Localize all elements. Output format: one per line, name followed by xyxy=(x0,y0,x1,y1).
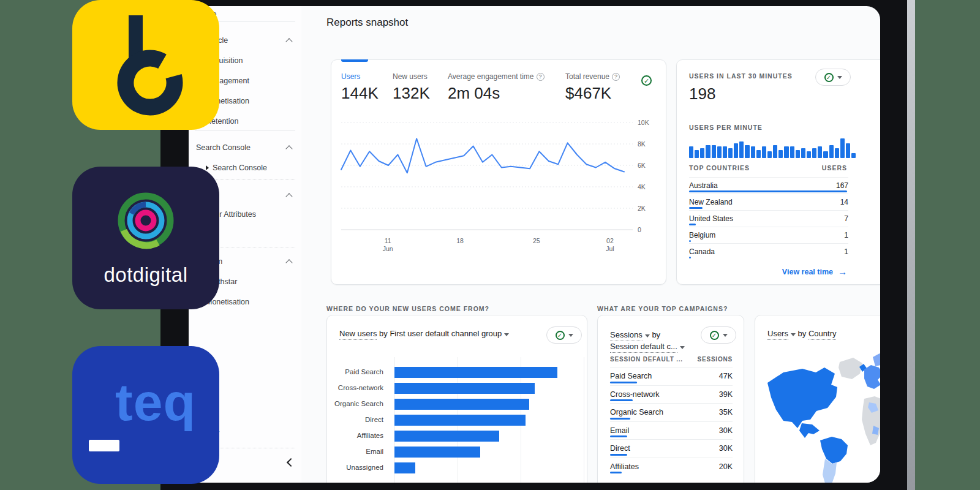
section-campaigns-header: WHAT ARE YOUR TOP CAMPAIGNS? xyxy=(597,305,728,312)
overview-card: Users 144K New users 132K Average engage… xyxy=(331,59,666,285)
view-real-time-link[interactable]: View real time → xyxy=(782,266,847,277)
chevron-down-icon xyxy=(680,346,685,349)
help-icon[interactable]: ? xyxy=(612,73,620,81)
metric-label: Users xyxy=(341,72,379,81)
minute-bar xyxy=(745,145,749,158)
collapse-sidebar-icon[interactable] xyxy=(287,458,295,467)
campaign-bar xyxy=(610,435,627,437)
data-quality-check-icon: ✓ xyxy=(824,73,834,82)
metric-total-revenue[interactable]: Total revenue? $467K xyxy=(565,72,620,103)
page-title: Reports snapshot xyxy=(326,17,408,29)
campaign-bar xyxy=(610,454,627,456)
campaign-bar xyxy=(610,399,633,401)
country-bar xyxy=(689,224,696,225)
b-logo-card xyxy=(72,0,219,130)
b-monogram-icon xyxy=(72,0,219,130)
help-icon[interactable]: ? xyxy=(537,73,545,81)
minute-bar xyxy=(835,148,839,158)
channel-label: Affiliates xyxy=(327,432,383,439)
metric-users[interactable]: Users 144K xyxy=(341,72,379,103)
minute-bar xyxy=(790,146,794,158)
campaign-name: Organic Search xyxy=(610,408,663,417)
minute-bar xyxy=(734,143,738,158)
chevron-down-icon xyxy=(837,76,842,79)
channel-label: Email xyxy=(327,448,383,455)
minute-bar xyxy=(706,145,710,158)
minute-bar xyxy=(773,145,777,158)
sidebar-item-search-console[interactable]: Search Console xyxy=(196,141,251,154)
campaign-sessions: 39K xyxy=(719,390,733,399)
minute-bar xyxy=(756,150,761,158)
realtime-options-pill[interactable]: ✓ xyxy=(815,69,851,86)
sidebar-item-label: Search Console xyxy=(213,164,267,172)
minute-bar xyxy=(851,153,856,158)
minute-bar xyxy=(739,141,744,158)
campaign-options-pill[interactable]: ✓ xyxy=(701,326,736,344)
minute-bar xyxy=(767,151,772,158)
country-users: 7 xyxy=(844,214,848,223)
data-quality-check-icon[interactable]: ✓ xyxy=(641,75,652,86)
country-users: 1 xyxy=(844,231,848,239)
channel-label: Organic Search xyxy=(327,400,383,407)
campaign-col1-header: SESSION DEFAULT ... xyxy=(610,356,683,363)
metric-dropdown[interactable]: Sessions xyxy=(610,330,643,341)
chevron-down-icon xyxy=(723,334,728,337)
country-name: Canada xyxy=(689,247,715,256)
campaign-row: Organic Search35K xyxy=(610,403,733,421)
sidebar-divider xyxy=(195,130,295,131)
country-bar xyxy=(689,240,691,242)
chevron-up-icon[interactable] xyxy=(285,259,292,266)
chevron-down-icon xyxy=(645,334,650,337)
metric-label: New users xyxy=(393,72,430,81)
metric-engagement-time[interactable]: Average engagement time? 2m 04s xyxy=(448,72,545,103)
dotdigital-wordmark: dotdigital xyxy=(72,263,219,287)
svg-text:Jun: Jun xyxy=(383,245,393,252)
metric-new-users[interactable]: New users 132K xyxy=(393,72,430,103)
campaign-name: Cross-network xyxy=(610,390,660,399)
realtime-title: USERS IN LAST 30 MINUTES xyxy=(689,72,793,80)
country-row: Canada1 xyxy=(689,243,848,260)
metric-value: 2m 04s xyxy=(448,84,545,103)
campaigns-card: Sessions by Session default c... ✓ SESSI… xyxy=(597,315,744,483)
svg-text:Jul: Jul xyxy=(606,245,614,252)
users-line-chart: 02K4K6K8K10K11Jun182502Jul xyxy=(336,116,667,281)
teq-wordmark: teq xyxy=(115,372,196,432)
campaign-sessions: 20K xyxy=(719,462,733,471)
country-name: Belgium xyxy=(689,231,715,239)
minute-bar xyxy=(784,146,788,158)
campaign-col2-header: SESSIONS xyxy=(697,356,733,363)
country-bar xyxy=(689,190,847,192)
top-countries-table: Australia167New Zealand14United States7B… xyxy=(689,177,848,260)
svg-text:25: 25 xyxy=(533,237,540,244)
metric-value: 132K xyxy=(393,84,430,103)
channel-bar xyxy=(394,367,557,378)
chevron-up-icon[interactable] xyxy=(285,38,292,45)
country-users: 1 xyxy=(844,247,848,256)
campaign-row: Direct30K xyxy=(610,439,733,458)
chevron-up-icon[interactable] xyxy=(285,193,292,200)
top-countries-header: TOP COUNTRIES xyxy=(689,164,750,172)
svg-text:18: 18 xyxy=(456,237,464,244)
realtime-users-value: 198 xyxy=(689,85,715,104)
minute-bar xyxy=(778,150,783,158)
channel-label: Cross-network xyxy=(327,384,383,391)
chevron-up-icon[interactable] xyxy=(285,145,292,152)
minute-bar xyxy=(812,148,816,158)
dimension-dropdown[interactable]: Session default c... xyxy=(610,342,677,353)
channel-label: Unassigned xyxy=(327,464,383,471)
channel-bar xyxy=(394,399,529,410)
dotdigital-rings-icon xyxy=(72,167,219,309)
country-row: New Zealand14 xyxy=(689,194,848,210)
campaign-row: Affiliates20K xyxy=(610,458,733,476)
channel-bar xyxy=(394,383,535,394)
gridline xyxy=(584,357,584,483)
campaign-table: Paid Search47KCross-network39KOrganic Se… xyxy=(610,367,733,475)
minute-bar xyxy=(700,148,704,158)
metric-dropdown[interactable]: Users xyxy=(767,329,788,340)
svg-text:10K: 10K xyxy=(638,119,649,126)
section-new-users-header: WHERE DO YOUR NEW USERS COME FROM? xyxy=(326,305,489,312)
dimension-dropdown[interactable]: Country xyxy=(809,329,837,340)
minute-bar xyxy=(807,151,811,158)
minute-bar xyxy=(728,148,733,158)
channel-bar xyxy=(394,462,415,473)
